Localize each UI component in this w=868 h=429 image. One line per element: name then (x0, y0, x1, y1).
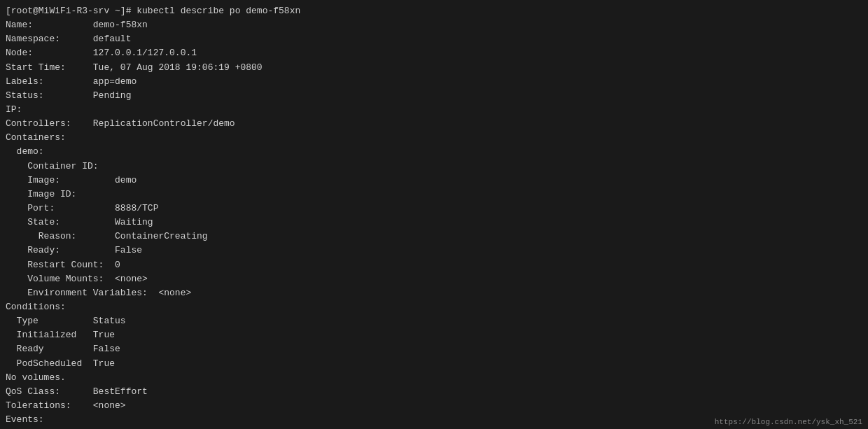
line-node: Node: 127.0.0.1/127.0.0.1 (6, 46, 862, 60)
line-novolumes: No volumes. (6, 371, 862, 385)
line-initialized: Initialized True (6, 328, 862, 342)
line-starttime: Start Time: Tue, 07 Aug 2018 19:06:19 +0… (6, 61, 862, 75)
line-ip: IP: (6, 103, 862, 117)
line-ready2: Ready False (6, 342, 862, 356)
line-port: Port: 8888/TCP (6, 202, 862, 216)
line-conditions: Conditions: (6, 300, 862, 314)
line-imageid: Image ID: (6, 188, 862, 202)
line-podscheduled: PodScheduled True (6, 357, 862, 371)
line-status: Status: Pending (6, 89, 862, 103)
line-name: Name: demo-f58xn (6, 18, 862, 32)
line-state: State: Waiting (6, 216, 862, 230)
line-qosclass: QoS Class: BestEffort (6, 385, 862, 399)
line-reason: Reason: ContainerCreating (6, 230, 862, 244)
line-labels: Labels: app=demo (6, 75, 862, 89)
line-envvars: Environment Variables: <none> (6, 286, 862, 300)
line-containerid: Container ID: (6, 160, 862, 174)
line-volumemounts: Volume Mounts: <none> (6, 272, 862, 286)
line-demo: demo: (6, 145, 862, 159)
command-prompt: [root@MiWiFi-R3-srv ~]# kubectl describe… (6, 4, 862, 18)
line-tolerations: Tolerations: <none> (6, 399, 862, 413)
line-controllers: Controllers: ReplicationController/demo (6, 117, 862, 131)
line-ready: Ready: False (6, 244, 862, 258)
terminal-window: [root@MiWiFi-R3-srv ~]# kubectl describe… (0, 0, 868, 429)
line-restartcount: Restart Count: 0 (6, 258, 862, 272)
line-containers: Containers: (6, 131, 862, 145)
line-type-header: Type Status (6, 314, 862, 328)
watermark: https://blog.csdn.net/ysk_xh_521 (715, 418, 862, 426)
line-namespace: Namespace: default (6, 32, 862, 46)
line-image: Image: demo (6, 174, 862, 188)
